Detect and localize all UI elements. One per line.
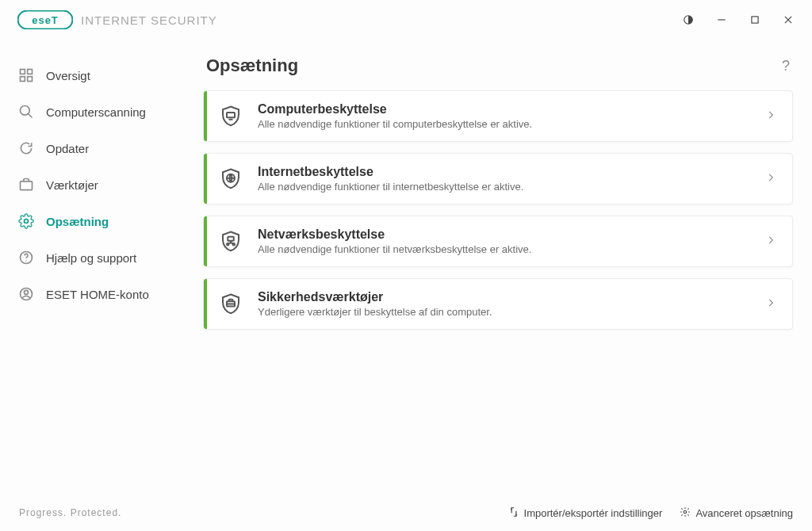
svg-line-26 — [228, 243, 231, 243]
svg-rect-13 — [21, 181, 33, 190]
page-help-button[interactable]: ? — [782, 58, 790, 74]
card-subtitle: Alle nødvendige funktioner til netværksb… — [258, 243, 765, 255]
brand-logo: eseT — [17, 10, 73, 29]
user-icon — [17, 285, 35, 303]
svg-line-27 — [231, 243, 234, 243]
close-button[interactable] — [780, 12, 796, 28]
chevron-right-icon — [765, 172, 776, 186]
svg-line-12 — [29, 114, 33, 118]
main-header: Opsætning ? — [203, 51, 793, 90]
svg-text:eseT: eseT — [32, 14, 59, 26]
sidebar-item-label: Oversigt — [46, 69, 90, 82]
cards: Computerbeskyttelse Alle nødvendige funk… — [203, 90, 793, 330]
svg-point-18 — [25, 290, 29, 294]
overview-icon — [17, 67, 35, 84]
main: Opsætning ? Computerbeskyttelse Alle nød… — [190, 40, 812, 495]
sidebar-item-update[interactable]: Opdater — [0, 132, 190, 165]
shield-toolbox-icon — [204, 292, 258, 316]
card-body: Netværksbeskyttelse Alle nødvendige funk… — [258, 227, 765, 255]
sidebar-item-account[interactable]: ESET HOME-konto — [0, 277, 190, 311]
nav: Oversigt Computerscanning Opdater — [0, 59, 190, 311]
gear-icon — [680, 506, 691, 520]
svg-point-16 — [25, 261, 26, 262]
card-computer-protection[interactable]: Computerbeskyttelse Alle nødvendige funk… — [203, 90, 793, 142]
tagline: Progress. Protected. — [19, 507, 121, 518]
sidebar-item-label: Computerscanning — [46, 105, 146, 119]
footer-actions: Importér/eksportér indstillinger Avancer… — [508, 506, 793, 520]
advanced-setup-button[interactable]: Avanceret opsætning — [680, 506, 793, 520]
svg-point-11 — [21, 106, 30, 116]
footer: Progress. Protected. Importér/eksportér … — [0, 495, 812, 531]
sidebar-item-overview[interactable]: Oversigt — [0, 59, 190, 92]
chevron-right-icon — [765, 235, 776, 249]
page-title: Opsætning — [206, 55, 298, 76]
body: Oversigt Computerscanning Opdater — [0, 40, 812, 495]
minimize-button[interactable] — [714, 12, 730, 28]
card-body: Sikkerhedsværktøjer Yderligere værktøjer… — [258, 290, 765, 318]
sidebar-item-label: Værktøjer — [46, 178, 98, 192]
card-title: Computerbeskyttelse — [258, 102, 765, 117]
import-export-label: Importér/eksportér indstillinger — [524, 507, 663, 519]
advanced-setup-label: Avanceret opsætning — [695, 507, 793, 519]
brand: eseT INTERNET SECURITY — [17, 10, 217, 29]
import-export-icon — [508, 506, 519, 520]
product-name: INTERNET SECURITY — [81, 13, 217, 27]
card-title: Internetbeskyttelse — [258, 165, 765, 179]
gear-icon — [17, 212, 35, 230]
card-body: Internetbeskyttelse Alle nødvendige funk… — [258, 165, 765, 193]
svg-rect-7 — [21, 70, 25, 74]
card-subtitle: Yderligere værktøjer til beskyttelse af … — [258, 306, 765, 318]
maximize-button[interactable] — [747, 12, 763, 28]
sidebar-item-label: ESET HOME-konto — [46, 288, 149, 301]
shield-globe-icon — [204, 167, 258, 191]
sidebar-item-label: Opdater — [46, 142, 89, 155]
refresh-icon — [17, 139, 35, 157]
svg-rect-8 — [28, 70, 33, 74]
svg-rect-10 — [28, 77, 33, 82]
svg-point-14 — [25, 220, 29, 223]
window-controls — [680, 12, 806, 28]
help-icon — [17, 249, 35, 266]
chevron-right-icon — [765, 109, 776, 124]
contrast-button[interactable] — [680, 12, 696, 28]
app-window: eseT INTERNET SECURITY — [0, 0, 812, 531]
sidebar: Oversigt Computerscanning Opdater — [0, 40, 190, 495]
chevron-right-icon — [765, 297, 776, 311]
svg-rect-22 — [228, 236, 234, 240]
svg-rect-4 — [752, 17, 758, 23]
sidebar-item-label: Opsætning — [46, 215, 109, 228]
shield-monitor-icon — [204, 105, 258, 128]
sidebar-item-label: Hjælp og support — [46, 251, 136, 265]
card-subtitle: Alle nødvendige funktioner til computerb… — [258, 118, 765, 130]
svg-rect-19 — [227, 113, 235, 117]
sidebar-item-tools[interactable]: Værktøjer — [0, 168, 190, 201]
card-security-tools[interactable]: Sikkerhedsværktøjer Yderligere værktøjer… — [203, 278, 793, 330]
svg-rect-9 — [21, 77, 25, 82]
card-subtitle: Alle nødvendige funktioner til internetb… — [258, 181, 765, 193]
sidebar-item-help[interactable]: Hjælp og support — [0, 241, 190, 274]
card-internet-protection[interactable]: Internetbeskyttelse Alle nødvendige funk… — [203, 153, 793, 204]
card-body: Computerbeskyttelse Alle nødvendige funk… — [258, 102, 765, 130]
card-title: Sikkerhedsværktøjer — [258, 290, 765, 304]
card-title: Netværksbeskyttelse — [258, 227, 765, 242]
search-icon — [17, 103, 35, 120]
shield-network-icon — [204, 230, 258, 254]
card-network-protection[interactable]: Netværksbeskyttelse Alle nødvendige funk… — [203, 216, 793, 267]
sidebar-item-scan[interactable]: Computerscanning — [0, 95, 190, 128]
svg-point-32 — [684, 510, 688, 514]
sidebar-item-setup[interactable]: Opsætning — [0, 204, 190, 238]
briefcase-icon — [17, 176, 35, 193]
import-export-button[interactable]: Importér/eksportér indstillinger — [508, 506, 663, 520]
titlebar: eseT INTERNET SECURITY — [0, 0, 812, 40]
